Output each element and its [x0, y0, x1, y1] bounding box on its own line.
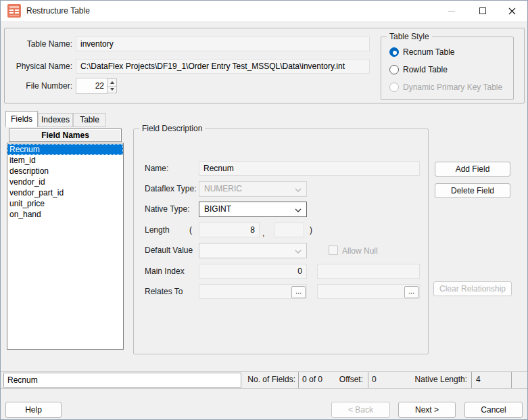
table-name-input[interactable]: inventory: [76, 37, 370, 51]
field-name-label: Name:: [145, 161, 199, 176]
default-value-combo: [199, 243, 307, 258]
list-item[interactable]: on_hand: [7, 209, 123, 220]
offset-value: 0: [372, 375, 377, 384]
rowid-table-radio[interactable]: [389, 65, 399, 74]
field-description-title: Field Description: [139, 124, 205, 133]
status-separator: [471, 372, 472, 388]
length-comma: ,: [262, 229, 264, 238]
native-length-label: Native Length:: [406, 375, 467, 384]
length-close-paren: ): [310, 225, 312, 235]
tab-indexes[interactable]: Indexes: [38, 113, 73, 127]
title-bar: Restructure Table: [1, 1, 527, 21]
status-separator: [511, 372, 512, 388]
help-button[interactable]: Help: [5, 402, 62, 418]
back-button: < Back: [331, 402, 390, 418]
file-number-spin-down-button[interactable]: [107, 87, 117, 94]
offset-label: Offset:: [318, 375, 363, 384]
status-separator: [368, 372, 368, 388]
close-icon: [508, 7, 516, 15]
chevron-down-icon: [295, 250, 302, 254]
default-value-label: Default Value: [145, 243, 199, 258]
relates-to-label: Relates To: [145, 284, 199, 299]
clear-relationship-button: Clear Relationship: [433, 281, 512, 296]
file-number-spin-up-button[interactable]: [107, 78, 117, 87]
restructure-table-icon: [7, 4, 21, 18]
list-item[interactable]: vendor_part_id: [7, 187, 123, 198]
relates-to-table-browse-button[interactable]: ...: [291, 286, 306, 298]
main-index-secondary-field: [317, 264, 420, 279]
list-item[interactable]: Recnum: [7, 144, 123, 155]
main-index-input[interactable]: 0: [199, 264, 307, 279]
relates-to-field-field[interactable]: ...: [317, 284, 420, 299]
next-button[interactable]: Next >: [398, 402, 456, 418]
field-name-input[interactable]: Recnum: [199, 161, 420, 176]
spin-down-icon: [110, 88, 114, 91]
main-index-label: Main Index: [145, 264, 199, 279]
relates-to-field-browse-button[interactable]: ...: [404, 286, 418, 298]
file-number-input[interactable]: 22: [76, 78, 107, 94]
add-field-button[interactable]: Add Field: [435, 162, 510, 177]
dynamic-primary-key-radio: [389, 83, 399, 92]
maximize-button[interactable]: [467, 1, 498, 21]
no-of-fields-label: No. of Fields:: [244, 375, 295, 384]
close-button[interactable]: [497, 1, 527, 21]
length-input[interactable]: 8: [199, 223, 260, 237]
status-separator: [298, 372, 299, 388]
table-info-group: Table Name: inventory Physical Name: C:\…: [4, 28, 525, 103]
table-name-label: Table Name:: [7, 37, 72, 51]
length-decimals-input[interactable]: [274, 223, 304, 237]
chevron-down-icon: [295, 188, 302, 192]
delete-field-button[interactable]: Delete Field: [435, 183, 510, 198]
status-field-name: Recnum: [3, 373, 241, 388]
field-names-header: Field Names: [9, 129, 122, 142]
length-open-paren: (: [189, 225, 192, 235]
list-item[interactable]: item_id: [7, 155, 123, 166]
list-item[interactable]: unit_price: [7, 198, 123, 209]
status-bar: Recnum No. of Fields: 0 of 0 Offset: 0 N…: [1, 371, 527, 389]
recnum-table-radio-label: Recnum Table: [403, 47, 455, 57]
table-style-group: Table Style Recnum Table RowId Table Dyn…: [381, 37, 514, 100]
allow-null-label: Allow Null: [342, 243, 389, 258]
cancel-button[interactable]: Cancel: [464, 402, 523, 418]
dataflex-type-combo: NUMERIC: [199, 181, 307, 197]
spin-up-icon: [110, 81, 114, 84]
native-length-value: 4: [476, 375, 481, 384]
minimize-icon: [448, 11, 455, 11]
dynamic-primary-key-radio-label: Dynamic Primary Key Table: [403, 83, 502, 92]
recnum-table-radio[interactable]: [389, 47, 399, 57]
allow-null-checkbox: [329, 246, 338, 255]
list-item[interactable]: vendor_id: [7, 177, 123, 187]
list-item[interactable]: description: [7, 166, 123, 177]
tab-table[interactable]: Table: [73, 113, 106, 127]
restructure-table-dialog: Restructure Table Table Name: inventory …: [0, 0, 528, 420]
physical-name-label: Physical Name:: [7, 59, 72, 74]
minimize-button: [436, 1, 466, 21]
chevron-down-icon: [295, 208, 302, 212]
native-type-label: Native Type:: [145, 202, 199, 216]
file-number-label: File Number:: [7, 78, 72, 93]
dataflex-type-label: Dataflex Type:: [145, 181, 199, 196]
field-description-group: Field Description Name: Recnum Dataflex …: [133, 129, 429, 354]
table-style-title: Table Style: [387, 32, 432, 41]
field-names-listbox[interactable]: Recnum item_id description vendor_id ven…: [7, 143, 124, 350]
maximize-icon: [479, 7, 486, 14]
relates-to-table-field[interactable]: ...: [199, 284, 307, 299]
tab-fields[interactable]: Fields: [5, 111, 38, 127]
physical-name-input[interactable]: C:\DataFlex Projects\DF19_1\Order Entry …: [76, 59, 370, 74]
native-type-combo[interactable]: BIGINT: [199, 202, 307, 217]
window-title: Restructure Table: [26, 6, 90, 16]
rowid-table-radio-label: RowId Table: [403, 65, 448, 74]
